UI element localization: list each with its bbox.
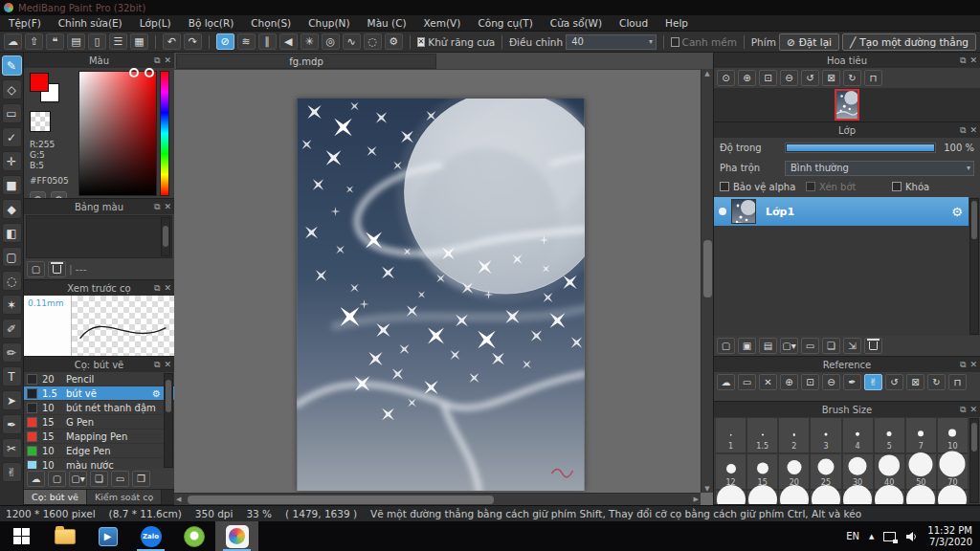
tab-brushes[interactable]: Cọ: bút vẽ xyxy=(24,490,87,504)
scrollbar-thumb[interactable] xyxy=(188,496,494,504)
start-button[interactable] xyxy=(0,521,43,551)
fit-window-button[interactable]: ⊡ xyxy=(759,70,777,86)
layer-folder-button[interactable]: ▭ xyxy=(801,338,819,354)
brush-size-cell[interactable]: 5 xyxy=(874,417,905,453)
comment-button[interactable]: ❝ xyxy=(46,33,64,50)
popout-icon[interactable]: ⧉ xyxy=(154,202,160,212)
menu-color[interactable]: Màu (C) xyxy=(359,15,415,31)
color-set-button[interactable]: ◍ xyxy=(51,191,67,199)
snap-off-button[interactable]: ⊘ xyxy=(216,33,234,50)
soft-edge-checkbox[interactable] xyxy=(671,37,679,47)
snap-parallel-button[interactable]: ≋ xyxy=(237,33,256,50)
network-icon[interactable] xyxy=(883,532,896,541)
protect-alpha-checkbox[interactable] xyxy=(720,182,729,191)
gradient-tool[interactable]: ◧ xyxy=(2,223,22,243)
layer-row-lop1[interactable]: Lớp1 ⚙ xyxy=(714,197,969,226)
zoom-in-button[interactable]: ⊕ xyxy=(738,70,756,86)
menu-file[interactable]: Tệp(F) xyxy=(0,15,50,31)
menu-layer[interactable]: Lớp(L) xyxy=(131,15,180,31)
control-point-tool[interactable]: ✓ xyxy=(2,127,22,147)
eraser-tool[interactable]: ◇ xyxy=(2,79,22,99)
reset-view-button[interactable]: ⊠ xyxy=(822,70,840,86)
canvas-artwork[interactable] xyxy=(297,99,585,491)
layer-visibility-toggle[interactable] xyxy=(714,208,731,215)
language-indicator[interactable]: EN xyxy=(846,531,859,541)
menu-select[interactable]: Chọn(S) xyxy=(242,15,300,31)
select-tool[interactable]: ▢ xyxy=(2,247,22,267)
palette-delete-button[interactable] xyxy=(48,261,66,277)
zoom-out-button[interactable]: ⊖ xyxy=(780,70,798,86)
ref-reset-button[interactable]: ⊠ xyxy=(906,374,924,390)
taskbar-clock[interactable]: 11:32 PM 7/3/2020 xyxy=(927,525,972,548)
scrollbar-thumb[interactable] xyxy=(971,423,977,452)
transparent-color-swatch[interactable] xyxy=(30,111,51,132)
brush-item[interactable]: 10Edge Pen xyxy=(24,444,174,458)
foreground-color-swatch[interactable] xyxy=(30,73,49,92)
scrollbar-thumb[interactable] xyxy=(163,226,168,247)
layer-add-8bit-button[interactable]: ▣ xyxy=(738,338,756,354)
hue-slider[interactable] xyxy=(160,71,169,196)
popout-icon[interactable]: ⧉ xyxy=(154,283,160,294)
hand-tool[interactable]: ✌ xyxy=(2,462,22,482)
hidden-icons-chevron[interactable]: ▲ xyxy=(869,533,874,540)
close-icon[interactable]: ✕ xyxy=(164,360,171,369)
correction-dropdown[interactable]: 40 xyxy=(566,34,657,50)
horizontal-scrollbar[interactable]: ◀ ▶ xyxy=(174,493,701,505)
ref-hand-button[interactable]: ✌ xyxy=(864,374,882,390)
menu-capture[interactable]: Chụp(N) xyxy=(300,15,358,31)
rgb-toggle-icon[interactable] xyxy=(129,68,139,77)
brush-size-scrollbar[interactable] xyxy=(969,418,979,503)
saturation-value-picker[interactable] xyxy=(78,71,157,196)
select-pen-tool[interactable]: ✐ xyxy=(2,319,22,339)
brush-size-cell[interactable] xyxy=(778,490,810,504)
popout-icon[interactable]: ⧉ xyxy=(960,125,966,136)
brush-duplicate-button[interactable]: ❏ xyxy=(90,471,108,487)
brush-item[interactable]: 1.5bút vẽ⚙ xyxy=(24,386,174,401)
brush-size-cell[interactable]: 1 xyxy=(715,417,746,453)
bucket-tool[interactable]: ◆ xyxy=(2,199,22,219)
brush-add-menu-button[interactable]: ▢▾ xyxy=(69,471,87,487)
palette-add-button[interactable]: ▢ xyxy=(27,261,45,277)
ref-zoom-out-button[interactable]: ⊖ xyxy=(822,374,840,390)
close-icon[interactable]: ✕ xyxy=(164,283,171,293)
snap-radial-button[interactable]: ✳ xyxy=(301,33,319,50)
popout-icon[interactable]: ⧉ xyxy=(960,405,966,415)
close-icon[interactable]: ✕ xyxy=(969,55,977,65)
navigator-preview[interactable] xyxy=(714,88,980,121)
scrollbar-thumb[interactable] xyxy=(971,201,977,239)
ref-cloud-button[interactable]: ☁ xyxy=(717,374,735,390)
popout-icon[interactable]: ⧉ xyxy=(960,360,966,370)
layer-duplicate-button[interactable]: ❏ xyxy=(822,338,840,354)
brush-cloud-button[interactable]: ☁ xyxy=(27,471,45,487)
zoom-actual-button[interactable]: ⊙ xyxy=(717,70,735,86)
brush-size-cell[interactable] xyxy=(937,490,969,504)
menu-edit[interactable]: Chỉnh sửa(E) xyxy=(50,15,131,31)
draw-line-button[interactable]: ╱ Tạo một đường thẳng xyxy=(842,33,976,51)
scroll-down-icon[interactable]: ▼ xyxy=(704,485,709,493)
brush-settings-gear-icon[interactable]: ⚙ xyxy=(152,388,161,399)
scroll-left-icon[interactable]: ◀ xyxy=(176,496,181,503)
navigator-view-rect[interactable] xyxy=(835,89,859,121)
brush-item[interactable]: 10màu nước xyxy=(24,458,174,469)
lasso-tool[interactable]: ◌ xyxy=(2,271,22,291)
opacity-slider[interactable] xyxy=(785,143,936,153)
snap-crosshatch-button[interactable]: ∥ xyxy=(258,33,277,50)
medibang-taskbar-button[interactable] xyxy=(215,521,258,551)
coccoc-button[interactable] xyxy=(172,521,215,551)
media-player-button[interactable]: ▶ xyxy=(86,521,129,551)
list-button[interactable]: ☰ xyxy=(109,33,127,50)
hsv-toggle-icon[interactable] xyxy=(145,68,154,77)
brush-size-cell[interactable] xyxy=(715,490,746,504)
rotate-ccw-button[interactable]: ↺ xyxy=(801,70,819,86)
layer-add-1bit-button[interactable]: ▤ xyxy=(759,338,777,354)
close-icon[interactable]: ✕ xyxy=(969,125,977,135)
rotate-cw-button[interactable]: ↻ xyxy=(843,70,861,86)
brush-size-cell[interactable] xyxy=(842,490,874,504)
file-explorer-button[interactable] xyxy=(43,521,86,551)
brush-size-cell[interactable]: 1.5 xyxy=(746,417,778,453)
scrollbar-thumb[interactable] xyxy=(166,380,171,412)
menu-view[interactable]: Xem(V) xyxy=(415,15,470,31)
brush-item[interactable]: 15G Pen xyxy=(24,415,174,430)
close-icon[interactable]: ✕ xyxy=(164,202,171,211)
brush-size-cell[interactable] xyxy=(874,490,905,504)
